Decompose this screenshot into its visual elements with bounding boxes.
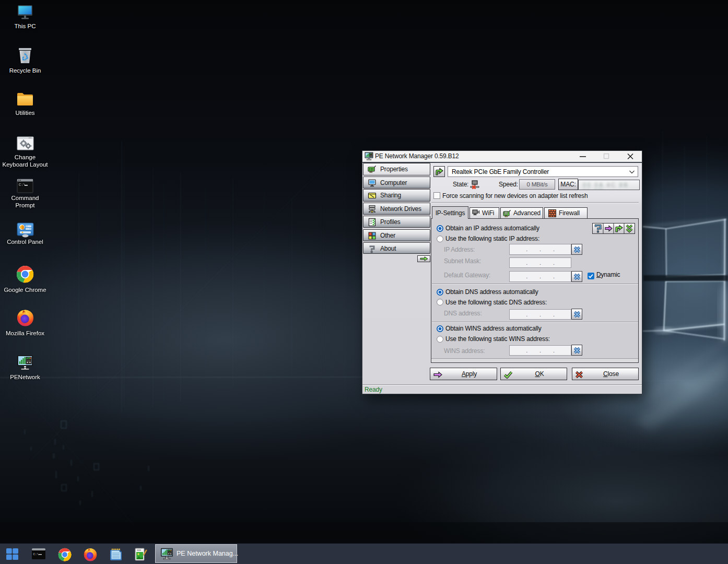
svg-text:C:\: C:\ (19, 183, 26, 187)
svg-text:C:\: C:\ (33, 553, 39, 556)
